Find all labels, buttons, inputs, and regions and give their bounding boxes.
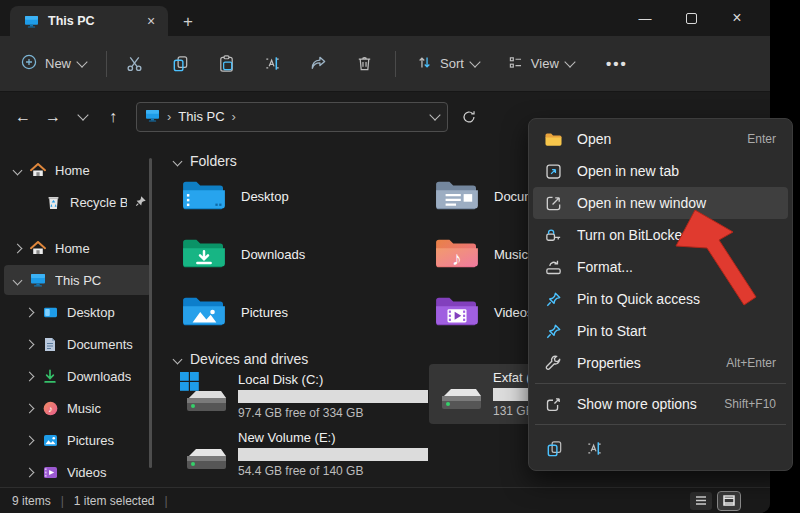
chevron-down-icon: [564, 56, 575, 67]
chevron-right-icon[interactable]: [25, 403, 35, 413]
drive-tile-e[interactable]: New Volume (E:) 54.4 GB free of 140 GB: [174, 424, 434, 484]
pin-icon: [543, 321, 563, 341]
selection-count: 1 item selected: [74, 494, 155, 508]
new-button-label: New: [45, 56, 71, 71]
menu-item-pin-to-quick-access[interactable]: Pin to Quick access: [533, 283, 788, 315]
delete-button[interactable]: [347, 47, 381, 81]
title-bar: This PC × + — ×: [0, 0, 770, 36]
share-button[interactable]: [301, 47, 335, 81]
chevron-down-icon[interactable]: [13, 275, 23, 285]
chevron-right-icon[interactable]: [25, 435, 35, 445]
toolbar-divider: [395, 51, 396, 77]
folders-section-header[interactable]: Folders: [174, 153, 237, 169]
maximize-icon: [686, 13, 697, 24]
menu-item-pin-to-start[interactable]: Pin to Start: [533, 315, 788, 347]
menu-item-open[interactable]: Open Enter: [533, 123, 788, 155]
folder-tile-videos[interactable]: Videos: [434, 293, 534, 331]
drive-tile-c[interactable]: Local Disk (C:) 97.4 GB free of 334 GB: [174, 366, 434, 426]
sidebar-item-home-2[interactable]: Home: [4, 233, 152, 263]
sort-button[interactable]: Sort: [406, 48, 489, 80]
menu-item-format[interactable]: Format...: [533, 251, 788, 283]
music-folder-icon: ♪: [434, 235, 480, 273]
sidebar-item-recycle-bin[interactable]: Recycle Bin: [4, 187, 152, 217]
chevron-right-icon[interactable]: [13, 243, 23, 253]
menu-item-properties[interactable]: Properties Alt+Enter: [533, 347, 788, 379]
menu-item-open-in-new-tab[interactable]: Open in new tab: [533, 155, 788, 187]
folder-tile-downloads[interactable]: Downloads: [181, 235, 305, 273]
paste-button[interactable]: [209, 47, 243, 81]
maximize-button[interactable]: [668, 0, 714, 36]
menu-item-open-in-new-window[interactable]: Open in new window: [533, 187, 788, 219]
tab-this-pc[interactable]: This PC ×: [10, 6, 168, 36]
address-dropdown-icon[interactable]: [429, 109, 440, 120]
sidebar-item-this-pc[interactable]: This PC: [4, 265, 152, 295]
recent-locations-button[interactable]: [68, 102, 98, 132]
pin-icon: [543, 289, 563, 309]
svg-text:♪: ♪: [48, 403, 52, 413]
open-new-window-icon: [543, 193, 563, 213]
sidebar-item-downloads[interactable]: Downloads: [4, 361, 152, 391]
address-bar[interactable]: › This PC ›: [136, 102, 448, 132]
menu-separator: [535, 424, 786, 425]
monitor-icon: [145, 108, 160, 126]
new-button[interactable]: New: [10, 47, 96, 80]
rename-button[interactable]: [255, 47, 289, 81]
back-button[interactable]: ←: [8, 102, 38, 132]
breadcrumb-separator: ›: [167, 109, 171, 124]
forward-button[interactable]: →: [38, 102, 68, 132]
sidebar-scrollbar[interactable]: [149, 158, 152, 468]
breadcrumb[interactable]: This PC: [178, 109, 224, 124]
chevron-right-icon[interactable]: [25, 307, 35, 317]
sidebar-item-pictures[interactable]: Pictures: [4, 425, 152, 455]
folder-tile-pictures[interactable]: Pictures: [181, 293, 288, 331]
status-separator: |: [61, 494, 64, 508]
toolbar-divider: [106, 51, 107, 77]
windows-logo-icon: [180, 372, 199, 391]
bitlocker-lock-icon: [543, 225, 563, 245]
navigation-pane: Home Recycle Bin Home: [0, 140, 156, 487]
tab-close-icon[interactable]: ×: [142, 12, 160, 30]
pictures-folder-icon: [181, 293, 227, 331]
folder-tile-music[interactable]: ♪ Music: [434, 235, 528, 273]
menu-item-turn-on-bitlocker[interactable]: Turn on BitLocker: [533, 219, 788, 251]
refresh-button[interactable]: [454, 102, 484, 132]
drives-section-header[interactable]: Devices and drives: [174, 351, 308, 367]
sort-button-label: Sort: [440, 56, 464, 71]
copy-button[interactable]: [163, 47, 197, 81]
large-icons-view-button[interactable]: [718, 492, 740, 510]
see-more-button[interactable]: •••: [600, 47, 634, 81]
monitor-icon: [29, 272, 47, 288]
chevron-right-icon[interactable]: [25, 467, 35, 477]
svg-text:♪: ♪: [452, 248, 462, 269]
rename-button[interactable]: [579, 434, 609, 462]
folder-tile-desktop[interactable]: Desktop: [181, 177, 289, 215]
context-menu: Open Enter Open in new tab Open in new w…: [528, 118, 793, 471]
sidebar-item-videos[interactable]: Videos: [4, 457, 152, 487]
recycle-bin-icon: [44, 194, 62, 210]
menu-item-show-more-options[interactable]: Show more options Shift+F10: [533, 388, 788, 420]
drive-icon: [180, 430, 228, 474]
chevron-right-icon[interactable]: [25, 339, 35, 349]
view-button[interactable]: View: [497, 48, 584, 80]
new-tab-button[interactable]: +: [176, 10, 200, 34]
chevron-down-icon[interactable]: [13, 165, 23, 175]
chevron-right-icon[interactable]: [25, 371, 35, 381]
chevron-down-icon: [173, 354, 183, 364]
sidebar-item-home[interactable]: Home: [4, 155, 152, 185]
drive-icon: [435, 370, 483, 414]
sidebar-item-documents[interactable]: Documents: [4, 329, 152, 359]
videos-icon: [41, 464, 59, 480]
sidebar-item-music[interactable]: ♪ Music: [4, 393, 152, 423]
up-button[interactable]: ↑: [98, 102, 128, 132]
close-button[interactable]: ×: [714, 0, 760, 36]
sidebar-item-desktop[interactable]: Desktop: [4, 297, 152, 327]
cut-button[interactable]: [117, 47, 151, 81]
monitor-icon: [22, 13, 40, 29]
minimize-button[interactable]: —: [622, 0, 668, 36]
copy-button[interactable]: [539, 434, 569, 462]
chevron-down-icon: [173, 156, 183, 166]
details-view-button[interactable]: [690, 492, 712, 510]
desktop-icon: [41, 304, 59, 320]
view-icon: [507, 54, 524, 74]
format-drive-icon: [543, 257, 563, 277]
